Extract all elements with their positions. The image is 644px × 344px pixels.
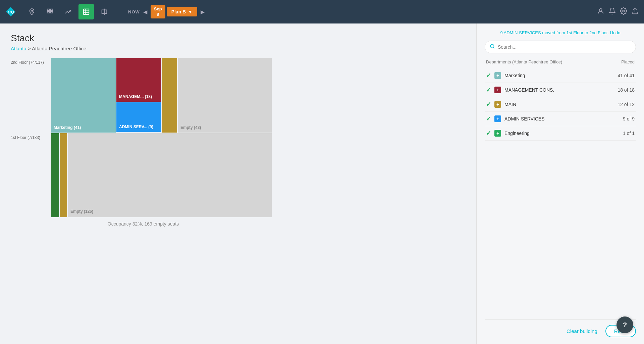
svg-line-17 (493, 47, 494, 48)
dept-placed: 1 of 1 (623, 131, 635, 136)
dept-name: MAIN (504, 102, 614, 107)
svg-rect-4 (51, 9, 53, 11)
stack-chart: 2nd Floor (74/117) Marketing (41) MANAGE… (11, 58, 276, 227)
check-icon: ✓ (486, 86, 491, 94)
dept-name: ADMIN SERVICES (504, 116, 620, 121)
dept-name: MANAGEMENT CONS. (504, 87, 614, 93)
topnav: srQ NOW ◀ Sep 8 Plan B ▼ ▶ (0, 0, 644, 23)
dept-item: ✓ + Marketing 41 of 41 (485, 68, 636, 83)
prev-arrow[interactable]: ◀ (141, 7, 149, 16)
dept-name: Marketing (504, 73, 614, 78)
nav-grid-btn[interactable] (42, 4, 58, 19)
now-label: NOW (128, 9, 140, 14)
dept-color-box: + (494, 130, 501, 137)
svg-point-13 (599, 8, 602, 11)
search-icon (490, 44, 495, 50)
svg-rect-3 (47, 9, 49, 11)
empty-1st-block[interactable] (68, 133, 272, 217)
floor-1st-label: 1st Floor (7/133) (11, 133, 51, 140)
date-month: Sep (154, 6, 162, 12)
undo-link[interactable]: Undo (610, 30, 621, 35)
dept-name: Engineering (504, 131, 620, 136)
nav-finance-btn[interactable] (97, 4, 112, 19)
occupancy-text: Occupancy 32%, 169 empty seats (11, 221, 276, 227)
app-logo: srQ (5, 6, 16, 17)
date-badge[interactable]: Sep 8 (151, 5, 165, 18)
svg-text:srQ: srQ (8, 10, 14, 14)
breadcrumb-separator: > (28, 46, 32, 51)
empty-1st-label: Empty (126) (70, 209, 93, 214)
breadcrumb-city[interactable]: Atlanta (11, 46, 26, 51)
notification-text: 9 ADMIN SERVICES moved from 1st Floor to… (500, 30, 608, 35)
nav-bell-icon[interactable] (608, 7, 616, 16)
svg-point-14 (623, 10, 625, 12)
floor-2nd-label: 2nd Floor (74/117) (11, 58, 51, 65)
dept-placed: 12 of 12 (618, 102, 635, 107)
check-icon: ✓ (486, 130, 491, 137)
nav-chart-btn[interactable] (60, 4, 76, 19)
dept-color-box: + (494, 87, 501, 93)
nav-upload-icon[interactable] (631, 7, 639, 16)
nav-right-icons (597, 7, 639, 16)
nav-settings-icon[interactable] (620, 7, 627, 16)
dept-header-placed: Placed (621, 59, 635, 64)
check-icon: ✓ (486, 115, 491, 122)
breadcrumb: Atlanta > Atlanta Peachtree Office (11, 46, 466, 51)
breadcrumb-building: Atlanta Peachtree Office (32, 46, 86, 51)
left-panel: Stack Atlanta > Atlanta Peachtree Office… (0, 23, 476, 344)
svg-point-16 (490, 44, 494, 48)
svg-rect-7 (84, 9, 89, 15)
floor-1st-blocks: Empty (126) (51, 133, 272, 217)
dept-list: ✓ + Marketing 41 of 41 ✓ + MANAGEMENT CO… (485, 68, 636, 316)
plan-button[interactable]: Plan B ▼ (167, 7, 197, 16)
dept-item: ✓ + MAIN 12 of 12 (485, 97, 636, 112)
gold-2nd-block[interactable] (162, 58, 177, 133)
search-input[interactable] (498, 44, 631, 50)
management-block[interactable]: MANAGEM... (18) (116, 58, 161, 102)
marketing-block[interactable]: Marketing (41) (51, 58, 116, 133)
nav-now-area: NOW ◀ Sep 8 Plan B ▼ ▶ (128, 5, 207, 18)
green-1st-block[interactable] (51, 133, 59, 217)
clear-building-button[interactable]: Clear building (567, 326, 597, 337)
svg-point-2 (31, 10, 33, 12)
search-box[interactable] (485, 41, 636, 53)
logo-icon: srQ (5, 6, 16, 17)
bottom-actions: Clear building Reset (485, 319, 636, 337)
nav-location-btn[interactable] (24, 4, 40, 19)
main-container: Stack Atlanta > Atlanta Peachtree Office… (0, 23, 644, 344)
right-panel: 9 ADMIN SERVICES moved from 1st Floor to… (476, 23, 644, 344)
help-button[interactable]: ? (616, 316, 633, 333)
dept-placed: 18 of 18 (618, 87, 635, 93)
check-icon: ✓ (486, 101, 491, 108)
notification-bar: 9 ADMIN SERVICES moved from 1st Floor to… (485, 30, 636, 35)
dept-item: ✓ + Engineering 1 of 1 (485, 126, 636, 141)
dept-placed: 9 of 9 (623, 116, 635, 121)
floor-2nd-blocks: Marketing (41) MANAGEM... (18) ADMIN SER… (51, 58, 272, 133)
gold-1st-block[interactable] (60, 133, 67, 217)
dept-item: ✓ + ADMIN SERVICES 9 of 9 (485, 112, 636, 126)
dept-color-box: + (494, 101, 501, 108)
next-arrow[interactable]: ▶ (199, 7, 207, 16)
admin-services-block[interactable]: ADMIN SERV... (9) (116, 102, 161, 132)
dept-color-box: + (494, 115, 501, 122)
dept-placed: 41 of 41 (618, 73, 635, 78)
date-day: 8 (154, 12, 162, 17)
floor-2nd-row: 2nd Floor (74/117) Marketing (41) MANAGE… (11, 58, 276, 133)
dept-header: Departments (Atlanta Peachtree Office) P… (485, 59, 636, 64)
nav-user-icon[interactable] (597, 7, 604, 16)
empty-2nd-block[interactable]: Empty (43) (178, 58, 272, 133)
svg-rect-5 (47, 11, 49, 13)
dept-header-label: Departments (Atlanta Peachtree Office) (486, 59, 562, 64)
floor-1st-row: 1st Floor (7/133) Empty (126) (11, 133, 276, 217)
help-icon: ? (623, 321, 627, 329)
svg-rect-6 (51, 11, 53, 13)
nav-table-btn[interactable] (78, 4, 94, 19)
dept-item: ✓ + MANAGEMENT CONS. 18 of 18 (485, 83, 636, 97)
dept-color-box: + (494, 72, 501, 79)
page-title: Stack (11, 33, 466, 44)
check-icon: ✓ (486, 72, 491, 79)
